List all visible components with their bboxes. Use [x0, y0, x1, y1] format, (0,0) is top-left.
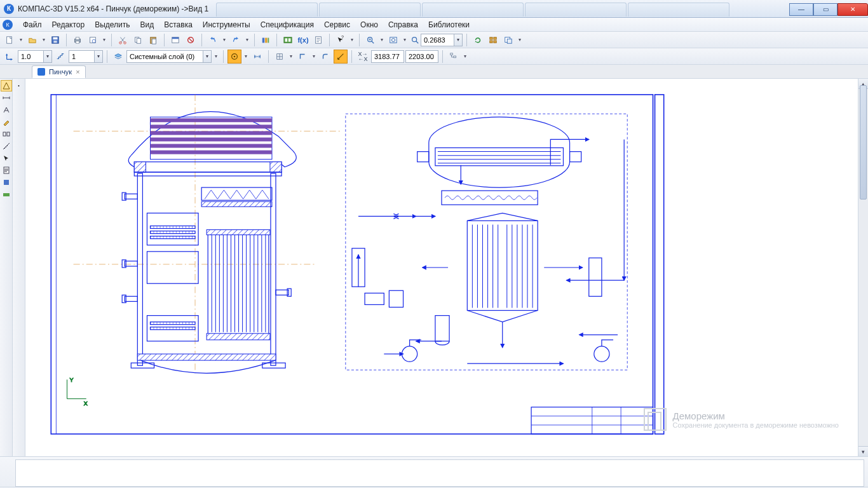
- vertical-scrollbar[interactable]: ▴ ▾: [858, 79, 868, 456]
- report-button[interactable]: [311, 33, 325, 47]
- edit-tool[interactable]: [1, 116, 12, 128]
- zoom-in-dropdown[interactable]: ▾: [379, 37, 385, 43]
- bg-tab[interactable]: [422, 3, 524, 17]
- menu-editor[interactable]: Редактор: [47, 19, 90, 30]
- app-icon-small[interactable]: К: [3, 20, 13, 30]
- undo-dropdown[interactable]: ▾: [221, 37, 227, 43]
- print-dropdown[interactable]: ▾: [101, 37, 107, 43]
- bg-tab[interactable]: [319, 3, 421, 17]
- step-combo[interactable]: ▾: [69, 50, 103, 63]
- variables-button[interactable]: [281, 33, 295, 47]
- message-input[interactable]: [15, 459, 864, 487]
- scale-input[interactable]: [18, 50, 43, 63]
- properties-button[interactable]: [168, 33, 182, 47]
- drawing-canvas[interactable]: Y X: [25, 79, 858, 456]
- coord-x-input[interactable]: [371, 50, 404, 63]
- menu-insert[interactable]: Вставка: [159, 19, 198, 30]
- snap-toggle-button[interactable]: [227, 50, 241, 64]
- step-button[interactable]: [53, 50, 67, 64]
- cut-button[interactable]: [116, 33, 130, 47]
- reports-tool[interactable]: [1, 177, 12, 188]
- new-dropdown[interactable]: ▾: [18, 37, 24, 43]
- grid-dropdown[interactable]: ▾: [288, 53, 294, 59]
- refresh-button[interactable]: [471, 33, 485, 47]
- geometry-tool[interactable]: [1, 80, 12, 92]
- cancel-button[interactable]: [184, 33, 198, 47]
- paste-button[interactable]: [146, 33, 160, 47]
- window-dropdown[interactable]: ▾: [517, 37, 523, 43]
- local-cs-button[interactable]: [334, 50, 348, 64]
- scale-combo[interactable]: ▾: [18, 50, 52, 63]
- library-manager-button[interactable]: [259, 33, 273, 47]
- grid-button[interactable]: [273, 50, 287, 64]
- menu-window[interactable]: Окно: [355, 19, 383, 30]
- layer-combo-arrow[interactable]: ▾: [203, 50, 212, 63]
- fx-button[interactable]: f(x): [296, 33, 310, 47]
- maximize-button[interactable]: ▭: [813, 3, 837, 16]
- measure-tool[interactable]: [1, 140, 12, 152]
- bg-tab[interactable]: [216, 3, 318, 17]
- undo-button[interactable]: [206, 33, 220, 47]
- svg-rect-6: [76, 41, 79, 43]
- point-tool[interactable]: ·: [17, 80, 20, 92]
- insert-tool[interactable]: [1, 189, 12, 200]
- ortho-button[interactable]: [295, 50, 309, 64]
- layer-dropdown[interactable]: ▾: [213, 53, 219, 59]
- save-button[interactable]: [48, 33, 62, 47]
- step-input[interactable]: [69, 50, 94, 63]
- copy-button[interactable]: [131, 33, 145, 47]
- close-button[interactable]: ✕: [837, 3, 868, 16]
- zoom-input[interactable]: [421, 34, 454, 46]
- redo-button[interactable]: [229, 33, 243, 47]
- open-dropdown[interactable]: ▾: [41, 37, 47, 43]
- select-tool[interactable]: [1, 152, 12, 164]
- window-list-button[interactable]: [486, 33, 500, 47]
- bg-tab[interactable]: [525, 3, 627, 17]
- coord-y-input[interactable]: [405, 50, 438, 63]
- document-tab[interactable]: Пинчук ×: [32, 65, 86, 78]
- layer-input[interactable]: [126, 50, 203, 63]
- scale-combo-arrow[interactable]: ▾: [43, 50, 52, 63]
- new-window-button[interactable]: [501, 33, 515, 47]
- zoom-in-button[interactable]: [363, 33, 377, 47]
- menu-tools[interactable]: Инструменты: [198, 19, 255, 30]
- redo-dropdown[interactable]: ▾: [244, 37, 250, 43]
- zoom-fit-dropdown[interactable]: ▾: [402, 37, 408, 43]
- print-preview-button[interactable]: [86, 33, 100, 47]
- tree-dropdown[interactable]: ▾: [462, 53, 468, 59]
- print-button[interactable]: [71, 33, 85, 47]
- spec-tool[interactable]: [1, 165, 12, 176]
- menu-specification[interactable]: Спецификация: [255, 19, 319, 30]
- menu-libraries[interactable]: Библиотеки: [423, 19, 475, 30]
- round-button[interactable]: [318, 50, 332, 64]
- symbols-tool[interactable]: [1, 104, 12, 116]
- zoom-combo[interactable]: ▾: [409, 33, 463, 47]
- open-button[interactable]: [25, 33, 39, 47]
- scroll-thumb[interactable]: [860, 85, 867, 200]
- help-dropdown[interactable]: ▾: [349, 37, 355, 43]
- tree-button[interactable]: [447, 50, 461, 64]
- dimension-style-button[interactable]: [250, 50, 264, 64]
- menu-service[interactable]: Сервис: [319, 19, 355, 30]
- zoom-combo-arrow[interactable]: ▾: [454, 34, 463, 46]
- help-pointer-button[interactable]: ?: [334, 33, 348, 47]
- menu-help[interactable]: Справка: [383, 19, 423, 30]
- layer-combo[interactable]: ▾: [126, 50, 212, 63]
- coord-system-button[interactable]: [3, 50, 17, 64]
- new-button[interactable]: [3, 33, 17, 47]
- menu-view[interactable]: Вид: [135, 19, 159, 30]
- ortho-dropdown[interactable]: ▾: [311, 53, 317, 59]
- dimensions-tool[interactable]: [1, 92, 12, 104]
- layer-state-button[interactable]: [111, 50, 125, 64]
- step-combo-arrow[interactable]: ▾: [94, 50, 103, 63]
- bg-tab[interactable]: [628, 3, 729, 17]
- scroll-down-button[interactable]: ▾: [858, 446, 868, 456]
- zoom-fit-button[interactable]: [386, 33, 400, 47]
- snap-dropdown[interactable]: ▾: [243, 53, 249, 59]
- parametric-tool[interactable]: [1, 128, 12, 140]
- menu-select[interactable]: Выделить: [90, 19, 135, 30]
- menu-file[interactable]: Файл: [18, 19, 47, 30]
- close-tab-icon[interactable]: ×: [76, 68, 79, 76]
- minimize-button[interactable]: —: [789, 3, 813, 16]
- coord-mode-button[interactable]: X→←X: [356, 50, 370, 64]
